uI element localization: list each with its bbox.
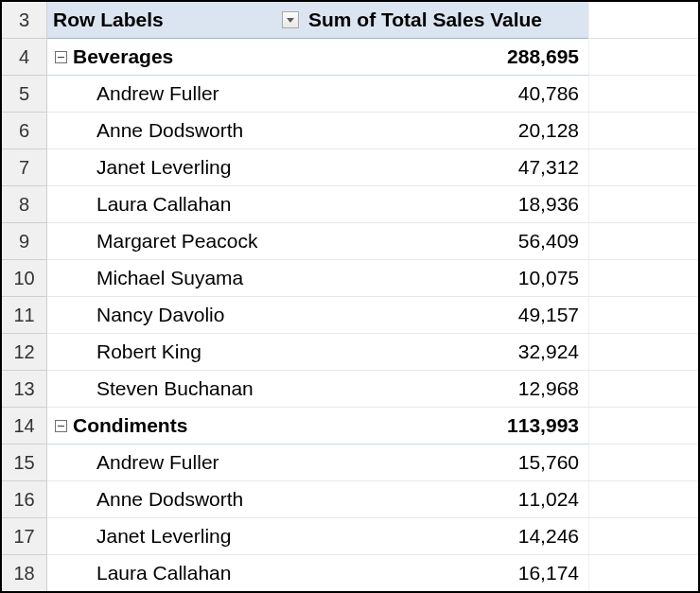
chevron-down-icon [287, 18, 294, 23]
item-value-cell[interactable]: 12,968 [303, 371, 588, 408]
item-name-cell[interactable]: Michael Suyama [47, 260, 303, 297]
table-row: 11 Nancy Davolio 49,157 [2, 297, 698, 334]
item-value-cell[interactable]: 20,128 [303, 113, 588, 149]
item-name-cell[interactable]: Anne Dodsworth [47, 481, 303, 518]
item-value-cell[interactable]: 14,246 [303, 518, 588, 555]
empty-cell[interactable] [588, 186, 698, 223]
empty-cell[interactable] [588, 555, 698, 592]
empty-cell[interactable] [588, 334, 698, 371]
item-value-cell[interactable]: 56,409 [303, 223, 588, 260]
item-value-cell[interactable]: 18,936 [303, 186, 588, 223]
row-number[interactable]: 10 [2, 260, 47, 297]
item-name-cell[interactable]: Nancy Davolio [47, 297, 303, 334]
row-number[interactable]: 16 [2, 481, 47, 518]
filter-dropdown-button[interactable] [282, 11, 299, 28]
row-number[interactable]: 5 [2, 76, 47, 113]
item-value-cell[interactable]: 15,760 [303, 445, 588, 481]
table-row: 13 Steven Buchanan 12,968 [2, 371, 698, 408]
row-number[interactable]: 3 [2, 2, 47, 39]
table-row: 18 Laura Callahan 16,174 [2, 555, 698, 592]
empty-cell[interactable] [588, 481, 698, 518]
empty-cell[interactable] [588, 149, 698, 186]
collapse-toggle[interactable] [55, 51, 67, 63]
row-number[interactable]: 12 [2, 334, 47, 371]
table-row: 7 Janet Leverling 47,312 [2, 149, 698, 186]
table-row: 16 Anne Dodsworth 11,024 [2, 481, 698, 518]
row-number[interactable]: 7 [2, 149, 47, 186]
collapse-toggle[interactable] [55, 420, 67, 432]
row-number[interactable]: 8 [2, 186, 47, 223]
row-number[interactable]: 14 [2, 408, 47, 445]
empty-cell[interactable] [588, 260, 698, 297]
empty-cell[interactable] [588, 518, 698, 555]
row-number[interactable]: 17 [2, 518, 47, 555]
empty-cell[interactable] [588, 408, 698, 445]
item-value-cell[interactable]: 10,075 [303, 260, 588, 297]
group-row: 14 Condiments 113,993 [2, 408, 698, 445]
sum-header-text: Sum of Total Sales Value [308, 9, 542, 31]
item-name-cell[interactable]: Robert King [47, 334, 303, 371]
row-number[interactable]: 6 [2, 113, 47, 149]
item-value-cell[interactable]: 16,174 [303, 555, 588, 592]
item-name-cell[interactable]: Andrew Fuller [47, 76, 303, 113]
row-number[interactable]: 11 [2, 297, 47, 334]
item-value-cell[interactable]: 40,786 [303, 76, 588, 113]
empty-cell[interactable] [588, 223, 698, 260]
row-number[interactable]: 9 [2, 223, 47, 260]
empty-cell[interactable] [588, 76, 698, 113]
pivot-header-row: 3 Row Labels Sum of Total Sales Value [2, 2, 698, 39]
empty-cell[interactable] [588, 113, 698, 149]
svg-rect-1 [58, 426, 64, 427]
group-row: 4 Beverages 288,695 [2, 39, 698, 76]
item-value-cell[interactable]: 32,924 [303, 334, 588, 371]
row-labels-header[interactable]: Row Labels [47, 2, 303, 39]
group-total-cell[interactable]: 113,993 [303, 408, 588, 445]
row-number[interactable]: 4 [2, 39, 47, 76]
group-name: Condiments [73, 414, 187, 437]
table-row: 8 Laura Callahan 18,936 [2, 186, 698, 223]
svg-rect-0 [58, 57, 64, 58]
table-row: 12 Robert King 32,924 [2, 334, 698, 371]
item-name-cell[interactable]: Laura Callahan [47, 186, 303, 223]
item-name-cell[interactable]: Margaret Peacock [47, 223, 303, 260]
empty-cell[interactable] [588, 297, 698, 334]
item-name-cell[interactable]: Andrew Fuller [47, 445, 303, 481]
group-label-cell[interactable]: Condiments [47, 408, 303, 445]
row-number[interactable]: 18 [2, 555, 47, 592]
table-row: 9 Margaret Peacock 56,409 [2, 223, 698, 260]
item-name-cell[interactable]: Janet Leverling [47, 518, 303, 555]
group-label-cell[interactable]: Beverages [47, 39, 303, 76]
item-value-cell[interactable]: 11,024 [303, 481, 588, 518]
group-total-cell[interactable]: 288,695 [303, 39, 588, 76]
item-name-cell[interactable]: Steven Buchanan [47, 371, 303, 408]
table-row: 10 Michael Suyama 10,075 [2, 260, 698, 297]
row-number[interactable]: 13 [2, 371, 47, 408]
empty-cell[interactable] [588, 445, 698, 481]
pivot-table-sheet: 3 Row Labels Sum of Total Sales Value 4 … [0, 0, 700, 593]
item-value-cell[interactable]: 47,312 [303, 149, 588, 186]
item-name-cell[interactable]: Anne Dodsworth [47, 113, 303, 149]
sum-header[interactable]: Sum of Total Sales Value [303, 2, 588, 39]
item-name-cell[interactable]: Laura Callahan [47, 555, 303, 592]
table-row: 15 Andrew Fuller 15,760 [2, 445, 698, 481]
table-row: 5 Andrew Fuller 40,786 [2, 76, 698, 113]
row-labels-text: Row Labels [53, 9, 164, 31]
minus-icon [58, 54, 64, 61]
table-row: 6 Anne Dodsworth 20,128 [2, 113, 698, 149]
item-name-cell[interactable]: Janet Leverling [47, 149, 303, 186]
empty-cell[interactable] [588, 2, 698, 39]
empty-cell[interactable] [588, 371, 698, 408]
minus-icon [58, 423, 64, 429]
group-name: Beverages [73, 45, 173, 68]
table-row: 17 Janet Leverling 14,246 [2, 518, 698, 555]
row-number[interactable]: 15 [2, 445, 47, 481]
empty-cell[interactable] [588, 39, 698, 76]
item-value-cell[interactable]: 49,157 [303, 297, 588, 334]
